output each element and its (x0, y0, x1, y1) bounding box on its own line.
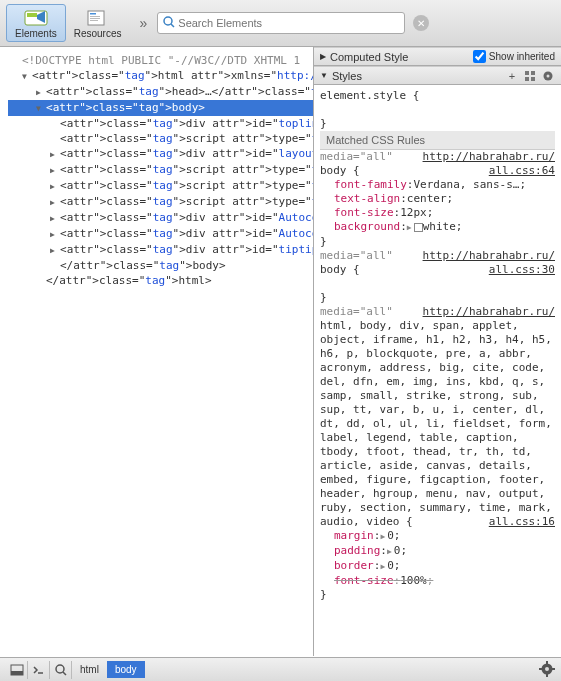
search-input[interactable] (176, 15, 400, 31)
svg-rect-23 (546, 674, 548, 677)
dock-icon[interactable] (6, 661, 28, 679)
svg-rect-6 (90, 20, 98, 21)
css-property[interactable]: border:▶0; (320, 559, 555, 574)
svg-rect-1 (27, 13, 37, 17)
resources-icon (84, 8, 112, 28)
source-link[interactable]: http://habrahabr.ru/ (423, 249, 555, 263)
search-box (157, 12, 405, 34)
css-property[interactable]: padding:▶0; (320, 544, 555, 559)
tab-label: Resources (74, 28, 122, 39)
tab-label: Elements (15, 28, 57, 39)
styles-header[interactable]: ▼ Styles + (314, 66, 561, 85)
add-rule-icon[interactable]: + (505, 69, 519, 83)
bottom-toolbar: html body (0, 657, 561, 681)
svg-rect-25 (552, 668, 555, 670)
section-title: Computed Style (330, 51, 473, 63)
dom-node[interactable]: <attr">class="tag">div attr">id="tiptip_… (8, 242, 313, 258)
svg-point-14 (547, 74, 550, 77)
main-content: <!DOCTYPE html PUBLIC "-//W3C//DTD XHTML… (0, 47, 561, 656)
gear-icon[interactable] (541, 69, 555, 83)
svg-point-18 (56, 665, 64, 673)
expand-icon: ▼ (320, 71, 328, 80)
css-property[interactable]: margin:▶0; (320, 529, 555, 544)
dom-node[interactable]: <attr">class="tag">div attr">id="topline… (8, 116, 313, 131)
dom-node[interactable]: <attr">class="tag">div attr">id="Autocom… (8, 210, 313, 226)
svg-point-21 (545, 667, 549, 671)
css-rule[interactable]: media="all" http://habrahabr.ru/ body { … (320, 249, 555, 305)
console-icon[interactable] (28, 661, 50, 679)
dom-node[interactable]: </attr">class="tag">html> (8, 273, 313, 288)
css-rule[interactable]: media="all" http://habrahabr.ru/ html, b… (320, 305, 555, 602)
dom-node[interactable]: <attr">class="tag">div attr">id="Autocom… (8, 226, 313, 242)
svg-rect-3 (90, 13, 96, 15)
svg-line-19 (63, 672, 66, 675)
dom-node[interactable]: </attr">class="tag">body> (8, 258, 313, 273)
source-line-link[interactable]: all.css:16 (489, 515, 555, 529)
svg-line-8 (171, 24, 174, 27)
expand-icon: ▶ (320, 52, 326, 61)
svg-rect-22 (546, 661, 548, 664)
svg-rect-12 (531, 77, 535, 81)
section-title: Styles (332, 70, 501, 82)
styles-body: element.style { } Matched CSS Rules medi… (314, 85, 561, 656)
dom-node[interactable]: <attr">class="tag">script attr">type="te… (8, 194, 313, 210)
css-property[interactable]: background:▶white; (320, 220, 555, 235)
tab-elements[interactable]: Elements (6, 4, 66, 42)
css-rule[interactable]: media="all" http://habrahabr.ru/ body { … (320, 150, 555, 249)
css-property[interactable]: font-size:12px; (320, 206, 555, 220)
css-property[interactable]: font-size:100%; (320, 574, 555, 588)
svg-rect-24 (539, 668, 542, 670)
svg-rect-10 (531, 71, 535, 75)
elements-icon (22, 8, 50, 28)
computed-style-header[interactable]: ▶ Computed Style Show inherited (314, 47, 561, 66)
styles-sidebar: ▶ Computed Style Show inherited ▼ Styles… (313, 47, 561, 656)
dom-tree-panel: <!DOCTYPE html PUBLIC "-//W3C//DTD XHTML… (0, 47, 313, 656)
toggle-state-icon[interactable] (523, 69, 537, 83)
tab-resources[interactable]: Resources (66, 5, 130, 41)
dom-node[interactable]: <attr">class="tag">div attr">id="layout"… (8, 146, 313, 162)
settings-gear-icon[interactable] (539, 661, 555, 679)
dom-node[interactable]: <attr">class="tag">html attr">xmlns="htt… (8, 68, 313, 84)
svg-rect-11 (525, 77, 529, 81)
dom-node[interactable]: <attr">class="tag">script attr">type="te… (8, 131, 313, 146)
element-style-rule[interactable]: element.style { } (320, 89, 555, 131)
svg-point-7 (164, 17, 172, 25)
breadcrumb-html[interactable]: html (72, 661, 107, 678)
css-property[interactable]: text-align:center; (320, 192, 555, 206)
dom-node[interactable]: <attr">class="tag">script attr">type="te… (8, 162, 313, 178)
source-link[interactable]: http://habrahabr.ru/ (423, 305, 555, 319)
doctype-node[interactable]: <!DOCTYPE html PUBLIC "-//W3C//DTD XHTML… (8, 53, 313, 68)
toolbar: Elements Resources » ✕ (0, 0, 561, 47)
show-inherited-checkbox[interactable] (473, 50, 486, 63)
breadcrumb-body[interactable]: body (107, 661, 145, 678)
clear-search-icon[interactable]: ✕ (413, 15, 429, 31)
svg-rect-9 (525, 71, 529, 75)
svg-rect-16 (11, 671, 23, 675)
svg-rect-4 (90, 16, 100, 17)
search-icon (162, 15, 176, 31)
inspect-icon[interactable] (50, 661, 72, 679)
source-link[interactable]: http://habrahabr.ru/ (423, 150, 555, 164)
matched-rules-header: Matched CSS Rules (320, 131, 555, 150)
source-line-link[interactable]: all.css:64 (489, 164, 555, 178)
svg-rect-5 (90, 18, 100, 19)
source-line-link[interactable]: all.css:30 (489, 263, 555, 277)
dom-node[interactable]: <attr">class="tag">head>…</attr">class="… (8, 84, 313, 100)
show-inherited-toggle[interactable]: Show inherited (473, 50, 555, 63)
dom-node[interactable]: <attr">class="tag">script attr">type="te… (8, 178, 313, 194)
css-property[interactable]: font-family:Verdana, sans-s…; (320, 178, 555, 192)
more-tabs-chevron[interactable]: » (140, 15, 148, 31)
dom-node[interactable]: <attr">class="tag">body> (8, 100, 313, 116)
